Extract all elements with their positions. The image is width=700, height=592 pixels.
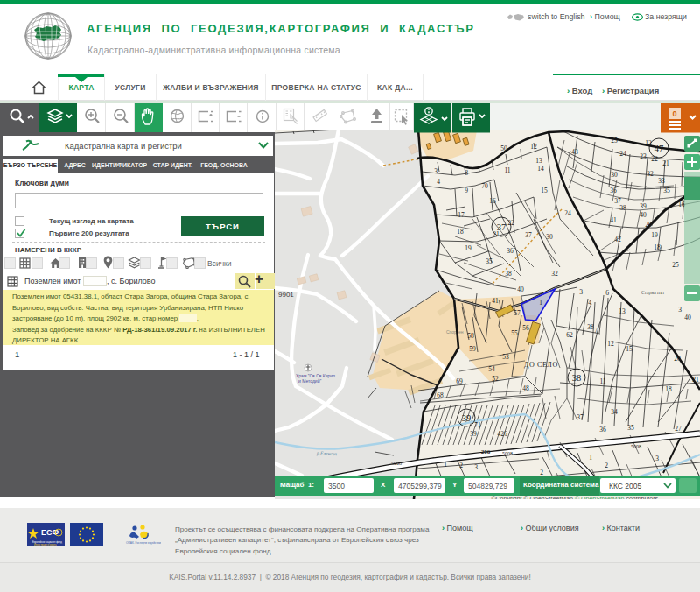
svg-text:12: 12	[645, 139, 652, 147]
svg-text:37: 37	[525, 231, 532, 239]
svg-text:0: 0	[672, 109, 676, 118]
svg-text:8: 8	[465, 169, 468, 177]
svg-text:1: 1	[539, 299, 542, 307]
svg-text:32: 32	[551, 270, 558, 278]
svg-text:ДО СЕЛО: ДО СЕЛО	[524, 361, 558, 369]
svg-text:54: 54	[488, 365, 495, 373]
svg-text:58: 58	[467, 332, 474, 340]
svg-text:68: 68	[437, 391, 444, 399]
svg-text:206: 206	[481, 448, 491, 455]
svg-text:11: 11	[504, 166, 510, 174]
svg-text:30: 30	[546, 233, 553, 241]
svg-text:3: 3	[579, 288, 583, 296]
svg-text:3: 3	[474, 463, 478, 471]
svg-text:37: 37	[577, 413, 584, 421]
svg-text:1: 1	[589, 454, 592, 462]
svg-text:18: 18	[457, 228, 464, 236]
svg-text:32: 32	[647, 170, 654, 178]
svg-text:40: 40	[640, 211, 647, 219]
svg-text:35: 35	[486, 257, 493, 265]
svg-text:36: 36	[599, 426, 606, 433]
svg-text:1: 1	[444, 461, 447, 469]
svg-text:71: 71	[474, 421, 481, 429]
svg-text:12: 12	[607, 340, 614, 348]
svg-text:20: 20	[674, 355, 681, 363]
svg-text:23: 23	[640, 152, 647, 160]
svg-text:62: 62	[566, 331, 573, 339]
svg-text:47: 47	[654, 144, 664, 153]
svg-text:12: 12	[530, 143, 537, 151]
svg-text:41: 41	[610, 216, 617, 224]
svg-text:24: 24	[620, 150, 626, 158]
svg-text:14: 14	[537, 165, 544, 173]
svg-text:15: 15	[541, 187, 548, 194]
svg-text:6: 6	[606, 289, 609, 297]
svg-text:4: 4	[588, 299, 592, 307]
svg-text:42: 42	[614, 236, 621, 243]
svg-text:50: 50	[500, 144, 508, 152]
svg-text:16: 16	[489, 197, 496, 205]
svg-text:9901: 9901	[278, 291, 294, 299]
svg-text:11: 11	[599, 377, 606, 385]
svg-text:20: 20	[645, 221, 652, 229]
svg-text:и Методий": и Методий"	[298, 378, 321, 384]
svg-text:Спортен: Спортен	[446, 329, 464, 335]
svg-text:39: 39	[462, 413, 472, 423]
svg-text:39: 39	[640, 202, 647, 210]
svg-text:52: 52	[492, 375, 499, 383]
svg-text:38: 38	[587, 323, 594, 331]
svg-text:18: 18	[665, 385, 672, 393]
svg-text:5008: 5008	[502, 451, 513, 456]
svg-text:57: 57	[514, 309, 521, 317]
svg-text:5008: 5008	[631, 444, 641, 449]
svg-text:55: 55	[511, 329, 518, 337]
svg-text:27: 27	[675, 425, 682, 433]
svg-text:24: 24	[564, 209, 571, 217]
svg-text:41: 41	[492, 297, 499, 305]
svg-text:40: 40	[684, 314, 691, 321]
svg-text:59: 59	[469, 345, 476, 353]
svg-text:35: 35	[663, 187, 670, 194]
svg-text:Стария път: Стария път	[641, 290, 665, 295]
svg-text:ОПАК. Експерти в действие: ОПАК. Експерти в действие	[126, 541, 161, 545]
svg-text:7: 7	[594, 327, 598, 335]
svg-text:38: 38	[620, 204, 626, 212]
svg-text:13: 13	[619, 307, 626, 315]
svg-text:25: 25	[672, 261, 679, 269]
svg-text:21: 21	[493, 230, 500, 238]
svg-text:30: 30	[611, 171, 618, 179]
svg-text:4: 4	[437, 178, 440, 186]
svg-text:22: 22	[651, 155, 658, 163]
svg-text:22: 22	[508, 219, 514, 227]
svg-text:17: 17	[458, 211, 465, 219]
svg-text:2: 2	[459, 462, 463, 469]
svg-text:69: 69	[456, 377, 463, 385]
svg-text:426: 426	[497, 430, 508, 438]
svg-text:36: 36	[610, 187, 617, 194]
svg-text:©Copyright © OpenStreetMap © O: ©Copyright © OpenStreetMap © OpenStreetM…	[491, 496, 658, 499]
svg-text:53: 53	[502, 353, 509, 361]
svg-text:40: 40	[517, 285, 524, 293]
svg-text:2: 2	[605, 462, 608, 469]
svg-text:3: 3	[678, 306, 682, 314]
svg-text:25: 25	[611, 137, 618, 144]
svg-text:36: 36	[507, 247, 514, 255]
svg-text:43: 43	[571, 148, 578, 156]
svg-text:3: 3	[434, 167, 438, 175]
svg-text:16: 16	[678, 201, 685, 208]
svg-text:34: 34	[611, 408, 618, 416]
svg-text:70: 70	[481, 182, 488, 190]
svg-text:3: 3	[655, 455, 659, 462]
svg-text:38: 38	[505, 270, 512, 278]
svg-text:39: 39	[470, 430, 477, 438]
svg-text:56: 56	[522, 324, 529, 332]
svg-text:Инвестиции в хората: Инвестиции в хората	[34, 543, 57, 546]
svg-text:13: 13	[536, 157, 542, 165]
svg-text:15: 15	[626, 345, 633, 353]
svg-text:9: 9	[465, 187, 468, 194]
svg-text:33: 33	[658, 177, 665, 185]
svg-text:5008: 5008	[391, 461, 402, 466]
svg-text:21: 21	[692, 376, 699, 384]
svg-text:38: 38	[572, 373, 582, 383]
svg-text:19: 19	[465, 244, 472, 252]
